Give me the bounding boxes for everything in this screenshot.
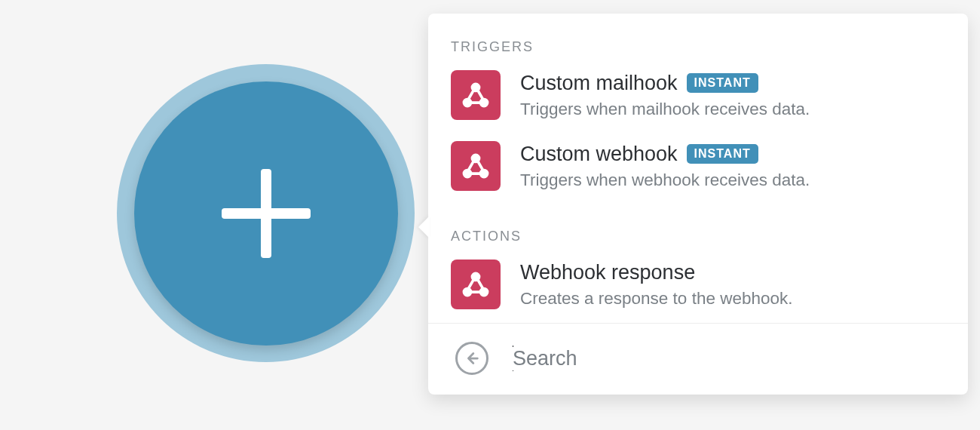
add-module-inner [134,81,398,346]
item-title: Webhook response [520,261,695,284]
item-body: Custom mailhook INSTANT Triggers when ma… [520,72,945,119]
instant-badge: INSTANT [687,73,758,93]
section-header-actions: ACTIONS [428,204,968,252]
instant-badge: INSTANT [687,144,758,164]
module-picker-panel: TRIGGERS Custom mailhook INSTANT Trigger… [428,14,968,395]
webhook-icon [451,260,501,309]
search-row [428,323,968,395]
trigger-item-custom-webhook[interactable]: Custom webhook INSTANT Triggers when web… [428,134,968,204]
arrow-left-icon [464,350,480,367]
search-input[interactable] [513,347,945,370]
item-body: Webhook response Creates a response to t… [520,261,945,309]
webhook-icon [451,70,501,120]
back-button[interactable] [455,342,488,375]
panel-pointer [418,216,430,238]
svg-rect-1 [222,208,311,219]
item-title: Custom mailhook [520,72,678,95]
item-title: Custom webhook [520,143,678,166]
item-desc: Creates a response to the webhook. [520,289,945,309]
item-body: Custom webhook INSTANT Triggers when web… [520,143,945,190]
plus-icon [217,164,315,263]
webhook-icon [451,141,501,191]
section-header-triggers: TRIGGERS [428,14,968,63]
item-desc: Triggers when webhook receives data. [520,170,945,190]
action-item-webhook-response[interactable]: Webhook response Creates a response to t… [428,252,968,323]
add-module-button[interactable] [117,64,415,362]
trigger-item-custom-mailhook[interactable]: Custom mailhook INSTANT Triggers when ma… [428,63,968,134]
item-desc: Triggers when mailhook receives data. [520,100,945,119]
